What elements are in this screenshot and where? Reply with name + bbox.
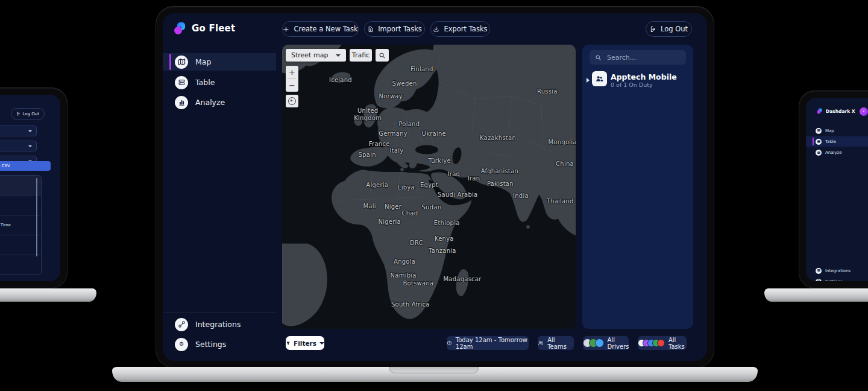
plus-icon: [283, 26, 289, 33]
map[interactable]: IcelandFinlandSwedenNorwayRussiaUnited K…: [282, 45, 576, 329]
nav-label: Analyze: [195, 98, 225, 107]
map-country-label: Russia: [537, 88, 558, 95]
filter-select[interactable]: m: [0, 141, 37, 151]
chevron-down-icon: [28, 130, 32, 132]
sidebar-divider: [163, 312, 276, 313]
import-icon: [367, 26, 374, 33]
search-box: [590, 50, 686, 65]
list-item[interactable]: Task: [0, 176, 41, 196]
export-csv-button[interactable]: port as CSV: [0, 161, 51, 171]
sidebar-item-analyze[interactable]: Analyze: [806, 147, 868, 157]
scene: Log Out Hoursmers port as CSV Taskskserv…: [0, 0, 868, 391]
all-drivers-label: All Drivers: [608, 337, 629, 350]
collapse-icon[interactable]: ‹: [860, 107, 868, 116]
all-drivers-button[interactable]: All Drivers: [583, 336, 629, 350]
color-dot: [657, 339, 665, 347]
map-style-select[interactable]: Street map: [286, 49, 346, 62]
analyze-icon: [816, 150, 822, 156]
date-range-button[interactable]: Today 12am - Tomorrow 12am: [447, 336, 529, 350]
sidebar-item-analyze[interactable]: Analyze: [163, 94, 276, 111]
sidebar-item-map[interactable]: Map: [806, 126, 868, 136]
filters-label: Filters: [294, 340, 316, 347]
logout-button[interactable]: Log Out: [646, 21, 692, 37]
main-laptop: Go Fleet Map Table: [156, 6, 714, 368]
map-country-label: Tanzania: [429, 247, 456, 255]
table-icon: [816, 139, 822, 145]
map-country-label: Egypt: [420, 182, 438, 189]
right-laptop-screen: Dashdark X ‹ Map Table Analyze Integrati…: [806, 98, 868, 281]
map-search-button[interactable]: [376, 49, 389, 62]
teams-panel: Apptech Mobile 0 of 1 On Duty: [582, 45, 693, 329]
map-country-label: Sweden: [392, 80, 417, 87]
export-tasks-button[interactable]: Export Tasks: [430, 21, 490, 37]
list-item[interactable]: sks: [0, 196, 41, 215]
sidebar-item-integrations[interactable]: Integrations: [163, 316, 276, 333]
map-country-label: Italy: [389, 147, 403, 154]
filter-select[interactable]: Hours: [0, 126, 37, 136]
sidebar-item-table[interactable]: Table: [163, 74, 276, 91]
create-task-button[interactable]: Create a New Task: [282, 21, 359, 37]
map-country-label: Iran: [468, 175, 480, 182]
teams-icon: [538, 340, 544, 346]
sidebar-item-integrations[interactable]: Integrations: [806, 265, 868, 276]
export-icon: [433, 26, 439, 33]
map-country-label: Niger: [385, 203, 401, 211]
map-country-label: Pakistan: [487, 180, 514, 188]
sidebar-item-table[interactable]: Table: [806, 136, 868, 147]
map-country-label: Poland: [398, 121, 420, 128]
sidebar-item-map[interactable]: Map: [163, 53, 276, 71]
date-range-label: Today 12am - Tomorrow 12am: [456, 337, 529, 350]
sidebar-item-settings[interactable]: ⚙ Settings: [806, 276, 868, 281]
brand: Go Fleet: [174, 22, 235, 35]
map-country-label: Mongolia: [548, 139, 576, 146]
zoom-in-button[interactable]: +: [286, 66, 298, 78]
map-icon: [816, 128, 822, 134]
nav-label: Integrations: [825, 269, 851, 273]
list-item[interactable]: pe: [0, 235, 41, 255]
map-country-label: Norway: [379, 93, 402, 100]
map-country-label: France: [369, 141, 390, 148]
map-country-label: Madagascar: [443, 276, 481, 283]
list-item[interactable]: ervice Time: [0, 215, 41, 235]
active-indicator: [169, 54, 171, 70]
all-tasks-button[interactable]: All Tasks: [638, 336, 687, 350]
go-fleet-logo-icon: [174, 22, 187, 35]
list-item[interactable]: back: [0, 255, 41, 275]
map-country-label: Ukraine: [422, 130, 446, 138]
import-tasks-button[interactable]: Import Tasks: [364, 21, 425, 37]
go-fleet-app: Go Fleet Map Table: [163, 13, 707, 361]
task-dots: [638, 339, 665, 347]
table-icon: [175, 76, 188, 89]
map-country-label: Algeria: [366, 182, 388, 189]
analyze-icon: [175, 96, 188, 109]
sidebar-item-settings[interactable]: ⚙ Settings: [163, 335, 276, 353]
nav-label: Analyze: [825, 150, 842, 155]
filter-icon: [286, 340, 291, 346]
map-country-label: Iceland: [329, 77, 352, 84]
map-country-label: Botswana: [403, 280, 434, 287]
map-icon: [175, 56, 188, 69]
search-input[interactable]: [606, 53, 675, 62]
expand-caret-icon[interactable]: [587, 78, 590, 83]
team-avatar[interactable]: [592, 71, 607, 86]
right-brand: Dashdark X: [817, 108, 855, 114]
left-logout-button[interactable]: Log Out: [11, 108, 45, 119]
map-country-label: South Africa: [391, 301, 430, 308]
zoom-out-button[interactable]: −: [286, 79, 298, 92]
team-status: 0 of 1 On Duty: [611, 81, 653, 88]
scrollbar[interactable]: [36, 178, 37, 256]
map-country-label: Saudi Arabia: [438, 191, 477, 199]
team-name[interactable]: Apptech Mobile: [611, 72, 677, 81]
all-teams-button[interactable]: All Teams: [538, 336, 574, 350]
right-laptop: Dashdark X ‹ Map Table Analyze Integrati…: [799, 91, 868, 288]
chevron-down-icon: [319, 342, 324, 345]
filters-button[interactable]: Filters: [286, 336, 324, 350]
map-country-label: Sudan: [422, 204, 442, 211]
right-brand-name: Dashdark X: [826, 109, 855, 114]
my-location-button[interactable]: [286, 95, 298, 107]
traffic-button[interactable]: Trafic: [350, 49, 372, 62]
settings-icon: ⚙: [816, 279, 822, 282]
create-task-label: Create a New Task: [294, 25, 357, 33]
chevron-down-icon: [28, 145, 32, 147]
dashdark-logo-icon: [817, 108, 823, 114]
